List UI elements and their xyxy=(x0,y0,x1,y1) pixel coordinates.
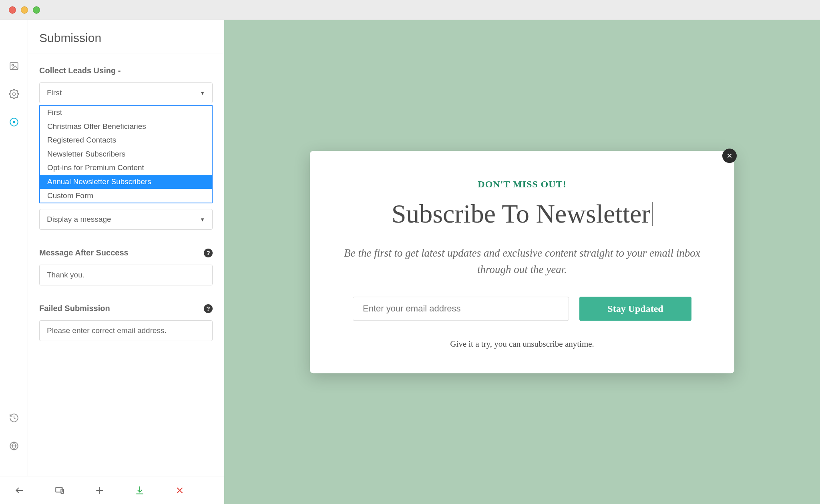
failed-message-input[interactable]: Please enter correct email address. xyxy=(39,320,213,341)
collect-leads-select[interactable]: First ▼ xyxy=(39,82,213,103)
image-icon[interactable] xyxy=(8,60,20,72)
newsletter-popup: DON'T MISS OUT! Subscribe To Newsletter … xyxy=(310,151,734,373)
failed-label-text: Failed Submission xyxy=(39,304,110,313)
collect-leads-dropdown[interactable]: FirstChristmas Offer BeneficiariesRegist… xyxy=(39,105,213,203)
success-message-input[interactable]: Thank you. xyxy=(39,265,213,285)
panel-title: Submission xyxy=(28,20,224,54)
popup-headline[interactable]: Subscribe To Newsletter xyxy=(392,199,653,229)
after-submit-select[interactable]: Display a message ▼ xyxy=(39,209,213,230)
collect-option[interactable]: Opt-ins for Premium Content xyxy=(40,161,212,175)
window-titlebar xyxy=(0,0,820,20)
success-label-text: Message After Success xyxy=(39,248,129,257)
failed-label: Failed Submission ? xyxy=(39,304,213,313)
left-rail xyxy=(0,20,28,504)
collect-option[interactable]: Annual Newsletter Subscribers xyxy=(40,175,212,189)
failed-message-value: Please enter correct email address. xyxy=(47,326,167,335)
svg-rect-0 xyxy=(10,62,18,69)
plus-icon[interactable] xyxy=(94,484,106,496)
collect-leads-label: Collect Leads Using - xyxy=(39,66,213,75)
window-close-dot[interactable] xyxy=(9,6,16,14)
close-icon[interactable] xyxy=(722,149,737,163)
subscribe-button[interactable]: Stay Updated xyxy=(579,297,691,321)
collect-option[interactable]: Registered Contacts xyxy=(40,133,212,147)
bottom-toolbar xyxy=(0,476,224,504)
collect-leads-selected: First xyxy=(47,88,62,97)
gear-icon[interactable] xyxy=(8,88,20,100)
help-icon[interactable]: ? xyxy=(204,249,213,257)
settings-panel: Submission Collect Leads Using - First ▼… xyxy=(28,20,224,504)
canvas-area[interactable]: DON'T MISS OUT! Subscribe To Newsletter … xyxy=(224,20,820,504)
download-icon[interactable] xyxy=(134,484,146,496)
history-icon[interactable] xyxy=(8,412,20,424)
popup-headline-text: Subscribe To Newsletter xyxy=(392,199,651,228)
svg-point-1 xyxy=(12,64,13,66)
back-icon[interactable] xyxy=(14,484,26,496)
target-icon[interactable] xyxy=(8,116,20,128)
window-minimize-dot[interactable] xyxy=(21,6,28,14)
after-submit-selected: Display a message xyxy=(47,215,111,224)
chevron-down-icon: ▼ xyxy=(200,217,205,223)
svg-point-2 xyxy=(12,93,15,96)
close-icon[interactable] xyxy=(174,484,186,496)
popup-eyebrow: DON'T MISS OUT! xyxy=(342,179,702,190)
collect-option[interactable]: Christmas Offer Beneficiaries xyxy=(40,120,212,134)
email-input[interactable] xyxy=(353,297,569,321)
popup-footnote[interactable]: Give it a try, you can unsubscribe anyti… xyxy=(342,339,702,349)
globe-icon[interactable] xyxy=(8,440,20,452)
help-icon[interactable]: ? xyxy=(204,304,213,313)
success-label: Message After Success ? xyxy=(39,248,213,257)
collect-option[interactable]: First xyxy=(40,106,212,120)
svg-point-4 xyxy=(12,121,15,124)
popup-subhead[interactable]: Be the first to get latest updates and e… xyxy=(342,245,702,277)
text-cursor xyxy=(652,202,653,226)
window-zoom-dot[interactable] xyxy=(33,6,40,14)
success-message-value: Thank you. xyxy=(47,271,84,279)
collect-option[interactable]: Newsletter Subscribers xyxy=(40,147,212,161)
chevron-down-icon: ▼ xyxy=(200,90,205,96)
collect-option[interactable]: Custom Form xyxy=(40,189,212,203)
devices-icon[interactable] xyxy=(54,484,66,496)
